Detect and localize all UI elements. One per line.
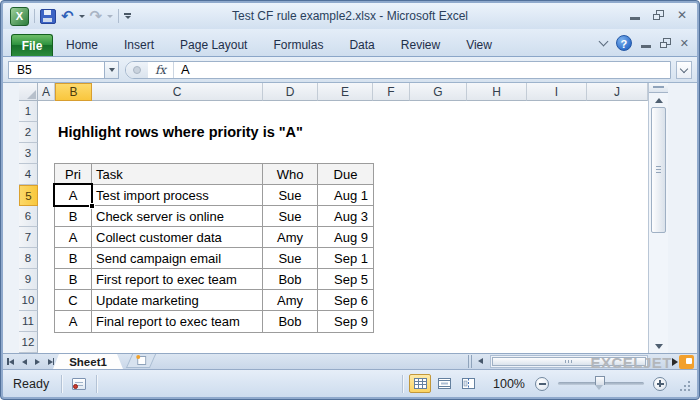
restore-workbook-icon[interactable] xyxy=(660,38,671,48)
cell-b10[interactable]: C xyxy=(55,290,92,310)
excel-app-icon[interactable]: X xyxy=(10,7,29,26)
insert-function-icon[interactable]: fx xyxy=(148,62,174,78)
expand-ribbon-chevron-icon[interactable] xyxy=(598,37,608,47)
scroll-down-button[interactable] xyxy=(649,339,668,353)
sheet-cells[interactable]: Highlight rows where priority is "A" Pri… xyxy=(38,101,648,353)
table-header-pri[interactable]: Pri xyxy=(55,164,92,184)
redo-icon[interactable]: ↷ xyxy=(90,9,103,24)
restore-window-icon[interactable] xyxy=(653,10,664,20)
cell-d11[interactable]: Bob xyxy=(263,311,318,332)
cell-b9[interactable]: B xyxy=(55,269,92,289)
minimize-window-icon[interactable] xyxy=(630,17,640,20)
cell-e10[interactable]: Sep 6 xyxy=(318,290,373,310)
row-header-6[interactable]: 6 xyxy=(19,206,38,227)
sheet-heading-cell[interactable]: Highlight rows where priority is "A" xyxy=(58,122,303,143)
column-header-j[interactable]: J xyxy=(587,83,648,101)
row-header-11[interactable]: 11 xyxy=(19,311,38,332)
insert-worksheet-button[interactable] xyxy=(126,354,156,368)
tab-file[interactable]: File xyxy=(11,34,53,56)
column-header-e[interactable]: E xyxy=(318,83,373,101)
zoom-in-button[interactable] xyxy=(653,377,667,391)
column-header-a[interactable]: A xyxy=(38,83,55,101)
name-box-dropdown[interactable] xyxy=(104,61,119,79)
previous-sheet-button[interactable] xyxy=(22,359,27,365)
tab-insert[interactable]: Insert xyxy=(111,34,167,56)
sheet-tab-sheet1[interactable]: Sheet1 xyxy=(53,354,123,369)
cell-c6[interactable]: Check server is online xyxy=(92,206,263,226)
scroll-up-button[interactable] xyxy=(649,93,668,107)
scroll-left-button[interactable] xyxy=(478,358,483,364)
cell-e6[interactable]: Aug 3 xyxy=(318,206,373,226)
cell-c9[interactable]: First report to exec team xyxy=(92,269,263,289)
save-icon[interactable] xyxy=(40,9,56,24)
cell-e9[interactable]: Sep 5 xyxy=(318,269,373,289)
active-cell-selection-b5[interactable] xyxy=(53,183,93,207)
tab-review[interactable]: Review xyxy=(388,34,453,56)
next-sheet-button[interactable] xyxy=(35,359,40,365)
row-header-2[interactable]: 2 xyxy=(19,122,38,143)
column-header-c[interactable]: C xyxy=(92,83,263,101)
last-sheet-button[interactable] xyxy=(48,358,55,365)
cell-d6[interactable]: Sue xyxy=(263,206,318,226)
cell-e7[interactable]: Aug 9 xyxy=(318,227,373,247)
vertical-scroll-track[interactable] xyxy=(649,233,668,339)
row-header-8[interactable]: 8 xyxy=(19,248,38,269)
tab-home[interactable]: Home xyxy=(53,34,111,56)
column-header-d[interactable]: D xyxy=(263,83,318,101)
cell-b11[interactable]: A xyxy=(55,311,92,332)
zoom-slider-thumb[interactable] xyxy=(595,376,605,385)
resize-grip[interactable] xyxy=(679,380,692,393)
cell-d8[interactable]: Sue xyxy=(263,248,318,268)
vertical-scroll-thumb[interactable] xyxy=(651,107,666,233)
page-break-view-button[interactable] xyxy=(457,374,479,393)
name-box[interactable]: B5 xyxy=(8,61,104,79)
cell-c11[interactable]: Final report to exec team xyxy=(92,311,263,332)
cell-e8[interactable]: Sep 1 xyxy=(318,248,373,268)
row-header-9[interactable]: 9 xyxy=(19,269,38,290)
page-layout-view-button[interactable] xyxy=(433,374,455,393)
table-header-due[interactable]: Due xyxy=(318,164,373,184)
column-header-g[interactable]: G xyxy=(410,83,467,101)
cell-e5[interactable]: Aug 1 xyxy=(318,185,373,205)
cell-d5[interactable]: Sue xyxy=(263,185,318,205)
scroll-right-icon[interactable] xyxy=(672,358,678,366)
vertical-scrollbar[interactable] xyxy=(648,83,668,353)
undo-icon[interactable]: ↶ xyxy=(61,9,74,24)
zoom-level-label[interactable]: 100% xyxy=(493,377,525,391)
vertical-split-handle[interactable] xyxy=(649,83,668,93)
cell-b6[interactable]: B xyxy=(55,206,92,226)
row-header-1[interactable]: 1 xyxy=(19,101,38,122)
cell-c7[interactable]: Collect customer data xyxy=(92,227,263,247)
minimize-workbook-icon[interactable] xyxy=(641,45,651,48)
row-header-4[interactable]: 4 xyxy=(19,164,38,185)
column-header-f[interactable]: F xyxy=(373,83,410,101)
normal-view-button[interactable] xyxy=(409,374,431,393)
tab-view[interactable]: View xyxy=(453,34,505,56)
row-header-7[interactable]: 7 xyxy=(19,227,38,248)
cell-c8[interactable]: Send campaign email xyxy=(92,248,263,268)
select-all-corner[interactable] xyxy=(19,83,38,101)
tab-page-layout[interactable]: Page Layout xyxy=(167,34,260,56)
record-macro-button[interactable] xyxy=(72,378,86,390)
row-header-5-selected[interactable]: 5 xyxy=(19,185,38,206)
tab-formulas[interactable]: Formulas xyxy=(260,34,336,56)
column-header-i[interactable]: I xyxy=(527,83,587,101)
formula-input[interactable]: A xyxy=(174,62,190,77)
redo-dropdown-icon[interactable] xyxy=(107,15,113,18)
customize-qat-dropdown-icon[interactable] xyxy=(124,13,131,19)
column-header-h[interactable]: H xyxy=(467,83,527,101)
help-icon[interactable]: ? xyxy=(616,35,632,51)
tab-data[interactable]: Data xyxy=(336,34,387,56)
column-header-b-selected[interactable]: B xyxy=(55,83,92,101)
zoom-out-button[interactable] xyxy=(535,377,549,391)
expand-formula-bar-button[interactable] xyxy=(676,61,692,79)
table-header-who[interactable]: Who xyxy=(263,164,318,184)
tab-scrollbar-splitter[interactable] xyxy=(468,355,472,368)
cell-c5[interactable]: Test import process xyxy=(92,185,263,205)
undo-dropdown-icon[interactable] xyxy=(79,15,85,18)
zoom-slider[interactable] xyxy=(558,382,644,385)
table-header-task[interactable]: Task xyxy=(92,164,263,184)
cell-d10[interactable]: Amy xyxy=(263,290,318,310)
cell-d7[interactable]: Amy xyxy=(263,227,318,247)
first-sheet-button[interactable] xyxy=(7,358,14,365)
